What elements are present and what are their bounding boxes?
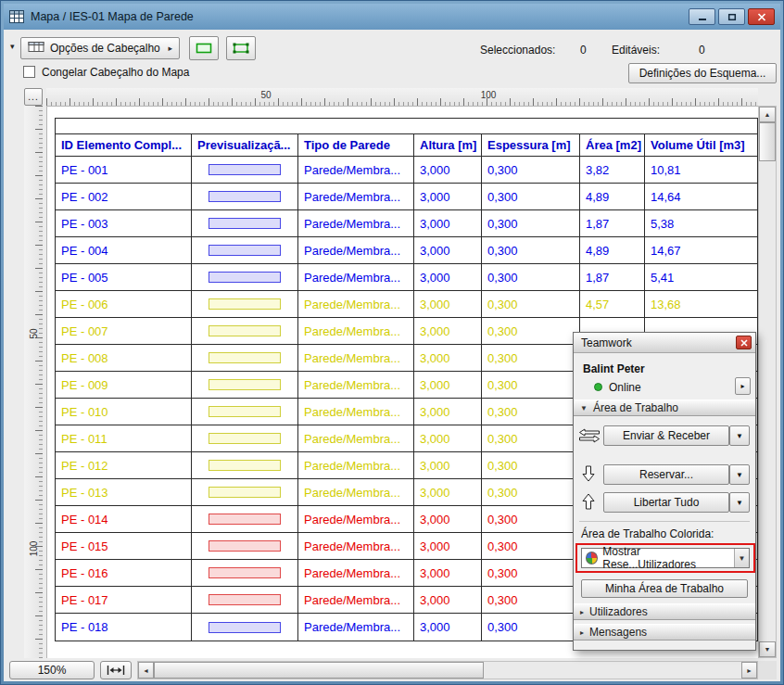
cell-preview [192,345,298,371]
cell-element-id: PE - 013 [56,479,192,505]
table-row[interactable]: PE - 001 Parede/Membra... 3,000 0,300 3,… [56,157,757,184]
cell-espessura: 0,300 [482,506,580,532]
online-expand-button[interactable]: ▸ [735,377,751,395]
scroll-right-arrow-icon[interactable]: ► [741,662,757,679]
table-row[interactable]: PE - 006 Parede/Membra... 3,000 0,300 4,… [56,291,757,318]
schedule-window: Mapa / IES-01 Mapa de Parede ▾ Opções de… [0,0,784,685]
cell-espessura: 0,300 [482,587,580,613]
send-receive-dropdown-button[interactable]: ▼ [729,425,750,446]
colored-workspace-value: Mostrar Rese...Utilizadores [602,545,729,571]
cell-espessura: 0,300 [482,237,580,263]
table-row[interactable]: PE - 005 Parede/Membra... 3,000 0,300 1,… [56,264,757,291]
selection-marquee-button[interactable] [226,36,256,60]
scheme-settings-button[interactable]: Definições do Esquema... [628,63,777,83]
table-row[interactable]: PE - 002 Parede/Membra... 3,000 0,300 4,… [56,184,757,210]
panel-collapse-arrow-icon[interactable]: ▾ [10,42,15,51]
column-header-altura[interactable]: Altura [m] [414,134,482,156]
scroll-down-arrow-icon[interactable]: ▼ [759,641,776,657]
freeze-header-checkbox[interactable] [23,66,35,78]
release-all-button[interactable]: Libertar Tudo [603,492,729,513]
close-button[interactable] [748,8,775,25]
cell-altura: 3,000 [414,614,482,641]
header-options-button[interactable]: Opções de Cabeçalho ▸ [20,37,180,59]
release-all-dropdown-button[interactable]: ▼ [729,492,750,513]
cell-tipo: Parede/Membra... [298,210,414,236]
online-status-label: Online [609,381,641,394]
table-row[interactable]: PE - 004 Parede/Membra... 3,000 0,300 4,… [56,237,757,264]
cell-espessura: 0,300 [482,399,580,425]
workspace-section-header[interactable]: ▼ Área de Trabalho [574,400,755,416]
window-titlebar[interactable]: Mapa / IES-01 Mapa de Parede [4,4,780,30]
horizontal-ruler: 50 100 [46,88,758,106]
cell-preview [192,157,298,183]
reserve-button[interactable]: Reservar... [603,464,729,485]
cell-area: 3,82 [580,157,645,183]
table-row[interactable]: PE - 003 Parede/Membra... 3,000 0,300 1,… [56,210,757,237]
teamwork-close-button[interactable] [736,336,752,349]
cell-volume: 10,81 [645,157,757,183]
teamwork-titlebar[interactable]: Teamwork [574,333,755,353]
cell-tipo: Parede/Membra... [298,425,414,451]
maximize-button[interactable] [718,8,745,25]
header-options-label: Opções de Cabeçalho [50,42,160,55]
cell-tipo: Parede/Membra... [298,614,414,641]
vertical-scrollbar-thumb[interactable] [759,122,776,161]
cell-tipo: Parede/Membra... [298,399,414,425]
chevron-down-icon[interactable]: ▼ [734,549,749,567]
cell-espessura: 0,300 [482,560,580,586]
cell-altura: 3,000 [414,318,482,344]
cell-tipo: Parede/Membra... [298,560,414,586]
wall-preview-swatch [209,622,281,633]
cell-element-id: PE - 004 [56,237,192,263]
vertical-scrollbar[interactable]: ▲ ▼ [758,106,777,658]
colored-workspace-dropdown[interactable]: Mostrar Rese...Utilizadores ▼ [581,548,750,568]
cell-volume: 14,67 [645,237,757,263]
cell-preview [192,614,298,641]
wall-preview-swatch [209,433,281,444]
cell-altura: 3,000 [414,210,482,236]
column-header-espessura[interactable]: Espessura [m] [482,134,580,156]
green-rectangle-icon [195,42,213,55]
scroll-up-arrow-icon[interactable]: ▲ [759,107,776,122]
my-workspace-button[interactable]: Minha Área de Trabalho [581,579,748,598]
cell-element-id: PE - 015 [56,533,192,559]
cell-tipo: Parede/Membra... [298,291,414,317]
cell-altura: 3,000 [414,184,482,209]
ruler-options-button[interactable]: ... [24,88,43,106]
cell-area: 4,89 [580,184,645,209]
minimize-button[interactable] [689,8,715,25]
fit-width-button[interactable] [100,661,132,679]
scroll-left-arrow-icon[interactable]: ◄ [138,662,154,679]
column-header-volume[interactable]: Volume Útil [m3] [645,134,757,156]
marquee-rectangle-icon [232,42,250,55]
reserve-icon [582,465,595,482]
column-header-tipo[interactable]: Tipo de Parede [298,134,414,156]
cell-preview [192,506,298,532]
zoom-level-button[interactable]: 150% [9,661,95,679]
fit-width-icon [107,665,125,676]
chevron-right-icon: ▸ [580,608,584,616]
uniform-size-button[interactable] [189,36,219,60]
cell-element-id: PE - 002 [56,184,192,209]
send-receive-button[interactable]: Enviar & Receber [603,425,729,446]
editable-label: Editáveis: [612,44,660,57]
cell-tipo: Parede/Membra... [298,345,414,371]
column-header-area[interactable]: Área [m2] [580,134,645,156]
cell-espessura: 0,300 [482,345,580,371]
messages-section-header[interactable]: ▸ Mensagens [574,624,755,641]
cell-element-id: PE - 005 [56,264,192,290]
users-section-header[interactable]: ▸ Utilizadores [574,603,755,620]
v-ruler-mark-100: 100 [29,541,39,557]
horizontal-scrollbar-thumb[interactable] [154,662,484,679]
selected-label: Seleccionados: [480,44,555,57]
reserve-dropdown-button[interactable]: ▼ [729,464,750,485]
column-header-id[interactable]: ID Elemento Compl... [56,134,192,156]
editable-count: 0 [699,44,705,57]
freeze-header-label: Congelar Cabeçalho do Mapa [42,66,189,79]
horizontal-scrollbar[interactable]: ◄ ► [137,661,758,679]
column-header-preview[interactable]: Previsualizaçã... [192,134,298,156]
cell-area: 4,89 [580,237,645,263]
cell-preview [192,291,298,317]
colored-workspace-label: Área de Trabalho Colorida: [581,527,714,540]
wall-preview-swatch [209,191,281,202]
